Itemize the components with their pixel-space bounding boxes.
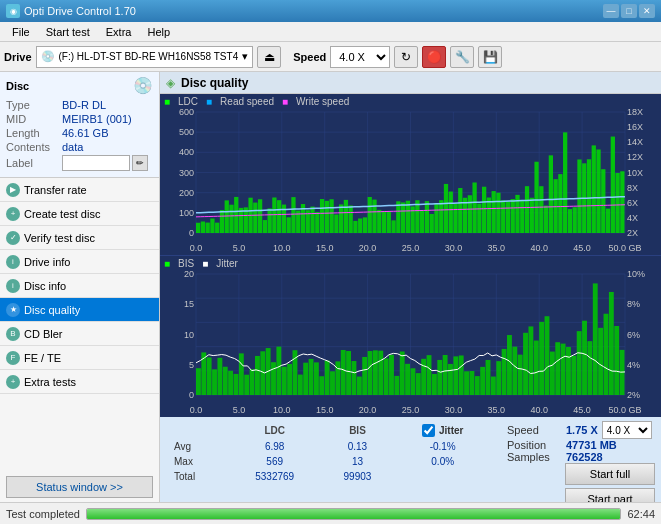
sidebar-item-create-test-disc[interactable]: + Create test disc — [0, 202, 159, 226]
avg-ldc: 6.98 — [229, 440, 321, 453]
type-value: BD-R DL — [62, 99, 106, 111]
max-jitter: 0.0% — [394, 455, 491, 468]
sidebar-item-cd-bler[interactable]: B CD Bler — [0, 322, 159, 346]
save-button[interactable]: 💾 — [478, 46, 502, 68]
sidebar-item-transfer-rate[interactable]: ▶ Transfer rate — [0, 178, 159, 202]
stats-table: LDC BIS Jitter Avg — [168, 421, 493, 485]
chart-top: ■ LDC ■ Read speed ■ Write speed — [160, 94, 661, 256]
speed-stat-value: 1.75 X — [566, 424, 598, 436]
avg-label: Avg — [170, 440, 227, 453]
progress-bar-area: Test completed 62:44 — [0, 502, 661, 524]
mid-value: MEIRB1 (001) — [62, 113, 132, 125]
stats-samples-row: Samples 762528 — [507, 451, 655, 463]
burn-button[interactable]: 🔴 — [422, 46, 446, 68]
total-jitter — [394, 470, 491, 483]
eject-button[interactable]: ⏏ — [257, 46, 281, 68]
close-button[interactable]: ✕ — [639, 4, 655, 18]
jitter-checkbox[interactable] — [422, 424, 435, 437]
write-speed-legend-label: Write speed — [296, 96, 349, 107]
stats-position-row: Position 47731 MB — [507, 439, 655, 451]
mid-label: MID — [6, 113, 62, 125]
create-test-disc-icon: + — [6, 207, 20, 221]
sidebar-item-verify-test-disc[interactable]: ✓ Verify test disc — [0, 226, 159, 250]
disc-title: Disc — [6, 80, 29, 92]
toolbar: Drive 💿 (F:) HL-DT-ST BD-RE WH16NS58 TST… — [0, 42, 661, 72]
ldc-legend: ■ — [164, 96, 170, 107]
top-chart-canvas — [160, 94, 661, 255]
speed-label: Speed — [293, 51, 326, 63]
drive-icon: 💿 — [41, 50, 55, 63]
label-edit-button[interactable]: ✏ — [132, 155, 148, 171]
verify-test-disc-icon: ✓ — [6, 231, 20, 245]
bottom-chart-canvas — [160, 256, 661, 417]
bis-legend-label: BIS — [178, 258, 194, 269]
length-value: 46.61 GB — [62, 127, 108, 139]
progress-status: Test completed — [6, 508, 80, 520]
position-value: 47731 MB — [566, 439, 617, 451]
refresh-button[interactable]: ↻ — [394, 46, 418, 68]
app-title: Opti Drive Control 1.70 — [24, 5, 136, 17]
start-part-button[interactable]: Start part — [565, 488, 655, 502]
avg-bis: 0.13 — [323, 440, 393, 453]
stats-row-max: Max 569 13 0.0% — [170, 455, 491, 468]
read-speed-legend: ■ — [206, 96, 212, 107]
main-layout: Disc 💿 Type BD-R DL MID MEIRB1 (001) Len… — [0, 72, 661, 502]
stats-speed-select[interactable]: 4.0 X — [602, 421, 652, 439]
length-label: Length — [6, 127, 62, 139]
chart-bottom: ■ BIS ■ Jitter — [160, 256, 661, 417]
total-label: Total — [170, 470, 227, 483]
titlebar: ◉ Opti Drive Control 1.70 — □ ✕ — [0, 0, 661, 22]
progress-time: 62:44 — [627, 508, 655, 520]
read-speed-legend-label: Read speed — [220, 96, 274, 107]
drive-value: (F:) HL-DT-ST BD-RE WH16NS58 TST4 — [59, 51, 239, 62]
menu-extra[interactable]: Extra — [98, 24, 140, 40]
drive-label: Drive — [4, 51, 32, 63]
jitter-col-label: Jitter — [439, 425, 463, 436]
ldc-legend-label: LDC — [178, 96, 198, 107]
samples-value: 762528 — [566, 451, 603, 463]
disc-quality-title: Disc quality — [181, 76, 248, 90]
menubar: File Start test Extra Help — [0, 22, 661, 42]
speed-select[interactable]: 1.0 X 2.0 X 4.0 X 8.0 X — [330, 46, 390, 68]
disc-quality-header-icon: ◈ — [166, 76, 175, 90]
maximize-button[interactable]: □ — [621, 4, 637, 18]
sidebar-label-cd-bler: CD Bler — [24, 328, 63, 340]
sidebar-item-drive-info[interactable]: i Drive info — [0, 250, 159, 274]
type-label: Type — [6, 99, 62, 111]
max-ldc: 569 — [229, 455, 321, 468]
max-bis: 13 — [323, 455, 393, 468]
minimize-button[interactable]: — — [603, 4, 619, 18]
start-full-button[interactable]: Start full — [565, 463, 655, 485]
sidebar-item-disc-quality[interactable]: ★ Disc quality — [0, 298, 159, 322]
samples-label: Samples — [507, 451, 562, 463]
label-input[interactable] — [62, 155, 130, 171]
cd-bler-icon: B — [6, 327, 20, 341]
disc-quality-icon: ★ — [6, 303, 20, 317]
stats-row-total: Total 5332769 99903 — [170, 470, 491, 483]
status-window-button[interactable]: Status window >> — [6, 476, 153, 498]
total-bis: 99903 — [323, 470, 393, 483]
avg-jitter: -0.1% — [394, 440, 491, 453]
sidebar-item-fe-te[interactable]: F FE / TE — [0, 346, 159, 370]
contents-label: Contents — [6, 141, 62, 153]
menu-help[interactable]: Help — [139, 24, 178, 40]
stats-right-panel: Speed 1.75 X 4.0 X Position 47731 MB Sam… — [501, 417, 661, 502]
contents-value: data — [62, 141, 83, 153]
jitter-legend-label: Jitter — [216, 258, 238, 269]
write-speed-legend: ■ — [282, 96, 288, 107]
drive-info-icon: i — [6, 255, 20, 269]
stats-panel: LDC BIS Jitter Avg — [160, 416, 661, 502]
sidebar-label-fe-te: FE / TE — [24, 352, 61, 364]
sidebar-label-drive-info: Drive info — [24, 256, 70, 268]
progress-track — [86, 508, 621, 520]
sidebar: Disc 💿 Type BD-R DL MID MEIRB1 (001) Len… — [0, 72, 160, 502]
sidebar-item-extra-tests[interactable]: + Extra tests — [0, 370, 159, 394]
settings-button[interactable]: 🔧 — [450, 46, 474, 68]
sidebar-item-disc-info[interactable]: i Disc info — [0, 274, 159, 298]
max-label: Max — [170, 455, 227, 468]
menu-file[interactable]: File — [4, 24, 38, 40]
sidebar-label-verify-test-disc: Verify test disc — [24, 232, 95, 244]
drive-selector[interactable]: 💿 (F:) HL-DT-ST BD-RE WH16NS58 TST4 ▾ — [36, 46, 254, 68]
menu-start-test[interactable]: Start test — [38, 24, 98, 40]
fe-te-icon: F — [6, 351, 20, 365]
